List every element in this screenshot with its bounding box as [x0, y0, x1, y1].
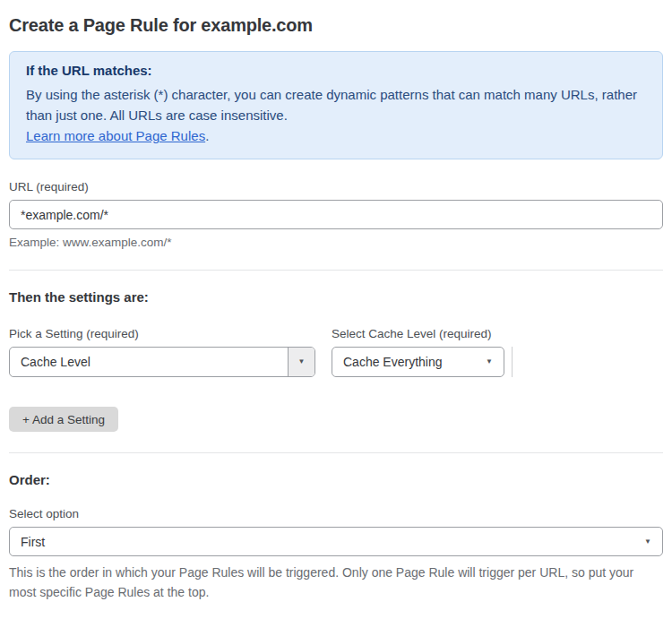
cache-level-select-value: Cache Everything [332, 355, 486, 369]
url-helper-text: Example: www.example.com/* [9, 236, 663, 249]
page-title: Create a Page Rule for example.com [9, 15, 663, 36]
chevron-down-icon: ▼ [288, 348, 314, 376]
chevron-down-icon: ▼ [644, 538, 662, 546]
pick-setting-label: Pick a Setting (required) [9, 327, 315, 340]
order-helper-text: This is the order in which your Page Rul… [9, 563, 650, 602]
cache-level-picker-group: Select Cache Level (required) Cache Ever… [332, 327, 504, 377]
info-box-link-line: Learn more about Page Rules. [26, 125, 646, 146]
divider [9, 452, 663, 453]
order-label: Select option [9, 507, 663, 520]
chevron-down-glyph: ▼ [298, 358, 306, 365]
setting-picker-group: Pick a Setting (required) Cache Level ▼ [9, 327, 315, 377]
url-field-group: URL (required) Example: www.example.com/… [9, 180, 663, 249]
create-page-rule-form: Create a Page Rule for example.com If th… [0, 0, 672, 619]
settings-row: Pick a Setting (required) Cache Level ▼ … [9, 327, 663, 377]
add-setting-button[interactable]: + Add a Setting [9, 407, 118, 432]
order-heading: Order: [9, 472, 663, 487]
setting-select[interactable]: Cache Level ▼ [9, 347, 315, 377]
link-period: . [205, 128, 209, 143]
url-input[interactable] [9, 200, 663, 229]
cache-level-label: Select Cache Level (required) [332, 327, 504, 340]
order-select-value: First [10, 535, 644, 549]
divider [9, 270, 663, 271]
setting-select-value: Cache Level [10, 355, 288, 369]
learn-more-link[interactable]: Learn more about Page Rules [26, 128, 205, 143]
url-label: URL (required) [9, 180, 663, 193]
order-select[interactable]: First ▼ [9, 527, 663, 556]
chevron-down-icon: ▼ [486, 358, 504, 365]
cache-level-select[interactable]: Cache Everything ▼ [332, 347, 504, 377]
vertical-divider [512, 347, 513, 377]
info-box-heading: If the URL matches: [26, 63, 646, 78]
url-match-info-box: If the URL matches: By using the asteris… [9, 51, 663, 159]
settings-heading: Then the settings are: [9, 289, 663, 305]
order-field-group: Select option First ▼ This is the order … [9, 507, 663, 602]
info-box-body: By using the asterisk (*) character, you… [26, 84, 646, 125]
